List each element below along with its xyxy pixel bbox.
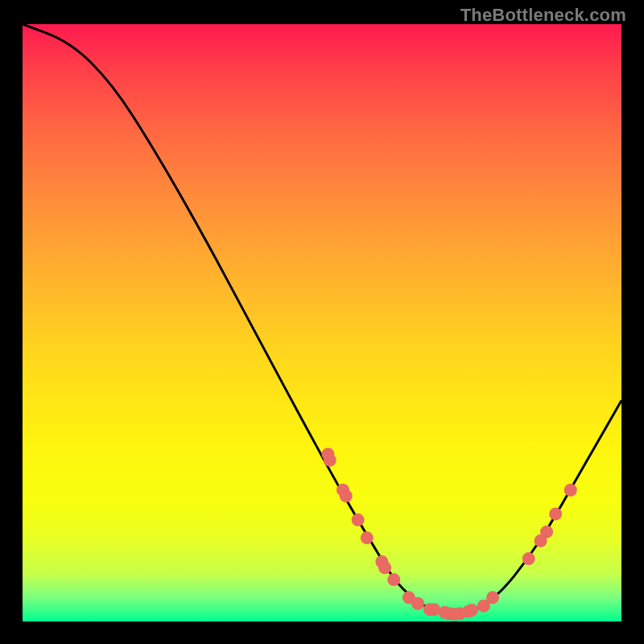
data-marker [549,507,562,520]
data-marker [522,552,535,565]
data-marker [486,591,499,604]
data-marker [427,603,440,616]
bottleneck-curve [23,24,621,614]
data-marker [540,526,553,539]
data-marker [361,531,374,544]
marker-group [321,448,576,621]
chart-overlay [23,24,621,621]
data-marker [352,514,365,526]
data-marker [564,484,577,497]
data-marker [378,561,391,574]
chart-container: TheBottleneck.com [0,0,644,644]
data-marker [340,489,353,502]
attribution-label: TheBottleneck.com [460,5,626,26]
data-marker [411,597,424,610]
data-marker [324,454,336,467]
data-marker [465,604,478,617]
data-marker [387,573,400,586]
